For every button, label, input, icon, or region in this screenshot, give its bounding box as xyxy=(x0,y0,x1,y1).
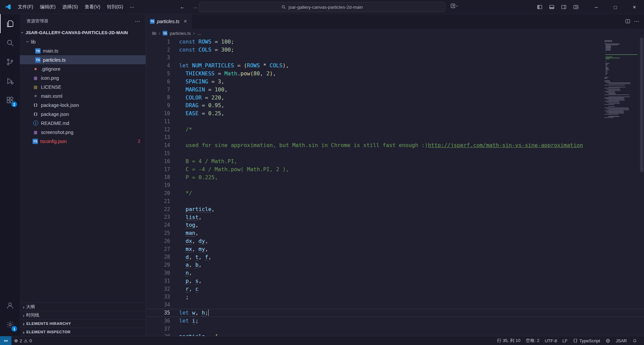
breadcrumb-folder[interactable]: lib xyxy=(152,31,156,36)
code-line-26[interactable]: 26 dx, dy, xyxy=(146,237,644,245)
maximize-button[interactable] xyxy=(606,0,625,14)
code-line-35[interactable]: 35let w, h; xyxy=(146,309,644,317)
cursor-position-status[interactable]: 行 35, 列 10 xyxy=(494,336,523,345)
editor-more-actions-icon[interactable] xyxy=(634,18,639,24)
code-line-10[interactable]: 10 EASE = 0.25, xyxy=(146,110,644,118)
close-button[interactable] xyxy=(625,0,644,14)
code-line-18[interactable]: 18 P = 0.225, xyxy=(146,174,644,182)
encoding-status[interactable]: UTF-8 xyxy=(542,336,560,345)
minimap[interactable] xyxy=(604,38,639,118)
tree-item-main.xsml[interactable]: ≡main.xsml xyxy=(20,91,146,100)
code-line-27[interactable]: 27 mx, my, xyxy=(146,245,644,253)
menu-item-2[interactable]: 选择(S) xyxy=(59,2,82,12)
code-line-14[interactable]: 14 used for sine approximation, but Math… xyxy=(146,141,644,149)
toggle-sidebar-icon[interactable] xyxy=(534,2,546,12)
extensions-icon[interactable]: 2 xyxy=(0,90,20,110)
code-line-33[interactable]: 33 ; xyxy=(146,293,644,301)
menu-item-0[interactable]: 文件(F) xyxy=(14,2,37,12)
code-line-34[interactable]: 34 xyxy=(146,301,644,309)
code-line-11[interactable]: 11 xyxy=(146,118,644,126)
product-status[interactable]: JSAR xyxy=(613,336,630,345)
code-line-16[interactable]: 16 B = 4 / Math.PI, xyxy=(146,157,644,165)
breadcrumb-file[interactable]: particles.ts xyxy=(170,31,191,36)
menu-item-3[interactable]: 查看(V) xyxy=(81,2,104,12)
tree-root[interactable]: JSAR-GALLERY-CANVAS-PARTICLES-2D-MAIN xyxy=(20,28,146,37)
tree-item-package.json[interactable]: {}package.json xyxy=(20,110,146,119)
notifications-bell-icon[interactable] xyxy=(630,336,640,345)
tree-item-particles.ts[interactable]: TSparticles.ts xyxy=(20,55,146,64)
code-line-36[interactable]: 36let i; xyxy=(146,317,644,325)
account-icon[interactable] xyxy=(0,296,20,315)
code-line-8[interactable]: 8 COLOR = 220, xyxy=(146,94,644,102)
code-line-5[interactable]: 5 THICKNESS = Math.pow(80, 2), xyxy=(146,70,644,78)
sidebar-panel-2[interactable]: ELEMENTS HIRARCHY xyxy=(20,319,146,328)
breadcrumb-symbol[interactable]: … xyxy=(197,31,202,36)
menu-item-4[interactable]: 转到(G) xyxy=(104,2,126,12)
split-editor-icon[interactable] xyxy=(625,18,631,24)
remote-indicator[interactable]: >< xyxy=(0,336,11,345)
settings-gear-icon[interactable]: 1 xyxy=(0,315,20,334)
code-line-15[interactable]: 15 xyxy=(146,149,644,157)
code-line-1[interactable]: 1const ROWS = 100; xyxy=(146,38,644,46)
run-debug-icon[interactable] xyxy=(0,71,20,90)
sidebar-panel-0[interactable]: 大纲 xyxy=(20,302,146,311)
code-line-9[interactable]: 9 DRAG = 0.95, xyxy=(146,101,644,110)
code-line-22[interactable]: 22 particle, xyxy=(146,205,644,213)
code-line-30[interactable]: 30 n, xyxy=(146,269,644,277)
back-button[interactable] xyxy=(180,4,185,10)
language-status[interactable]: {} TypeScript xyxy=(570,336,603,345)
tree-item-screenshot.png[interactable]: ▦screenshot.png xyxy=(20,128,146,137)
sidebar-panel-1[interactable]: 时间线 xyxy=(20,311,146,319)
search-sidebar-icon[interactable] xyxy=(0,33,20,52)
code-editor[interactable]: 1const ROWS = 100;2const COLS = 300;34le… xyxy=(146,38,644,336)
minimize-button[interactable] xyxy=(587,0,606,14)
code-line-6[interactable]: 6 SPACING = 3, xyxy=(146,78,644,86)
code-line-32[interactable]: 32 r, c xyxy=(146,285,644,293)
explorer-icon[interactable] xyxy=(0,14,20,33)
code-line-23[interactable]: 23 list, xyxy=(146,213,644,221)
menu-item-1[interactable]: 编辑(E) xyxy=(37,2,59,12)
toggle-panel-icon[interactable] xyxy=(546,2,558,12)
tree-item-lib[interactable]: lib xyxy=(20,37,146,46)
menu-more-button[interactable]: ⋯ xyxy=(126,2,137,12)
toggle-secondary-sidebar-icon[interactable] xyxy=(558,2,570,12)
sidebar-panel-3[interactable]: ELEMENT INSPECTOR xyxy=(20,328,146,336)
indentation-status[interactable]: 空格: 2 xyxy=(523,336,542,345)
problems-status[interactable]: 2 0 xyxy=(11,336,35,345)
tree-item-LICENSE[interactable]: ▤LICENSE xyxy=(20,82,146,91)
code-line-29[interactable]: 29 a, b, xyxy=(146,261,644,269)
code-line-24[interactable]: 24 tog, xyxy=(146,221,644,229)
tree-item-README.md[interactable]: iREADME.md xyxy=(20,119,146,128)
customize-layout-icon[interactable] xyxy=(570,2,582,12)
explorer-actions-icon[interactable] xyxy=(135,18,140,24)
tree-item-.gitignore[interactable]: ◆.gitignore xyxy=(20,64,146,73)
code-line-3[interactable]: 3 xyxy=(146,54,644,62)
source-control-icon[interactable] xyxy=(0,52,20,71)
code-line-2[interactable]: 2const COLS = 300; xyxy=(146,46,644,54)
code-line-7[interactable]: 7 MARGIN = 100, xyxy=(146,86,644,94)
code-line-12[interactable]: 12 /* xyxy=(146,126,644,134)
code-line-20[interactable]: 20 */ xyxy=(146,189,644,197)
code-line-17[interactable]: 17 C = -4 / Math.pow( Math.PI, 2 ), xyxy=(146,165,644,174)
code-line-4[interactable]: 4let NUM_PARTICLES = (ROWS * COLS), xyxy=(146,62,644,70)
tree-item-icon.png[interactable]: ▦icon.png xyxy=(20,73,146,82)
tree-item-tsconfig.json[interactable]: TStsconfig.json2 xyxy=(20,137,146,146)
code-line-21[interactable]: 21 xyxy=(146,197,644,205)
command-center-search[interactable]: jsar-gallery-canvas-particles-2d-main xyxy=(199,2,445,12)
scrollbar-thumb[interactable] xyxy=(640,38,643,172)
code-line-25[interactable]: 25 man, xyxy=(146,229,644,237)
layout-dropdown-icon[interactable]: › xyxy=(450,3,458,9)
tree-item-main.ts[interactable]: TSmain.ts xyxy=(20,46,146,55)
tab-particles-ts[interactable]: TS particles.ts xyxy=(146,14,192,28)
code-line-31[interactable]: 31 p, s, xyxy=(146,277,644,285)
code-line-28[interactable]: 28 d, t, f, xyxy=(146,253,644,261)
tab-close-icon[interactable] xyxy=(183,19,187,24)
code-line-38[interactable]: 38particle = { xyxy=(146,333,644,336)
code-line-37[interactable]: 37 xyxy=(146,325,644,333)
code-line-19[interactable]: 19 xyxy=(146,181,644,189)
tree-item-package-lock.json[interactable]: {}package-lock.json xyxy=(20,100,146,110)
editor-scrollbar[interactable] xyxy=(639,38,644,336)
globe-icon[interactable] xyxy=(603,336,613,345)
forward-button[interactable] xyxy=(192,4,198,10)
eol-status[interactable]: LF xyxy=(560,336,570,345)
